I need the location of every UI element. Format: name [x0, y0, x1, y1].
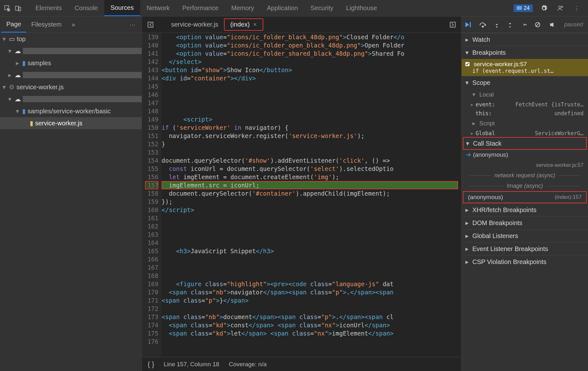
- editor-area: service-worker.js (index) ✕ 139140141142…: [142, 16, 461, 371]
- step-over-icon[interactable]: [479, 22, 486, 28]
- navigator-toggle-icon[interactable]: [145, 22, 156, 28]
- svg-rect-6: [148, 22, 153, 27]
- tab-security[interactable]: Security: [304, 0, 340, 16]
- tab-sources[interactable]: Sources: [104, 0, 140, 16]
- cloud-icon: ☁: [15, 47, 21, 55]
- code-editor[interactable]: 1391401411421431441451461471481491501511…: [142, 33, 461, 357]
- section-callstack[interactable]: Call Stack: [463, 137, 587, 150]
- section-breakpoints[interactable]: Breakpoints: [462, 46, 588, 59]
- tab-application[interactable]: Application: [260, 0, 304, 16]
- section-event-listener[interactable]: Event Listener Breakpoints: [462, 242, 588, 255]
- section-dom[interactable]: DOM Breakpoints: [462, 216, 588, 229]
- editor-status-bar: { } Line 157, Column 18 Coverage: n/a: [142, 357, 461, 371]
- tree-origin-1[interactable]: ☁: [0, 45, 142, 57]
- more-menu-icon[interactable]: ⋮: [572, 3, 582, 14]
- svg-point-4: [559, 6, 561, 8]
- scope-script[interactable]: Script: [462, 118, 588, 129]
- svg-point-9: [482, 26, 483, 27]
- tab-memory[interactable]: Memory: [225, 0, 260, 16]
- tree-label-top: top: [17, 35, 26, 43]
- sidebar-tab-more[interactable]: »: [67, 16, 80, 33]
- tree-top[interactable]: ▭ top: [0, 33, 142, 45]
- stack-frame-1-loc: service-worker.js:57: [462, 160, 588, 170]
- folder-icon: ▮: [22, 59, 26, 67]
- section-csp[interactable]: CSP Violation Breakpoints: [462, 255, 588, 268]
- step-icon[interactable]: [521, 22, 527, 28]
- tree-samples[interactable]: ▮ samples: [0, 57, 142, 69]
- stack-async-div-1: network request (async): [462, 170, 588, 181]
- tree-label-sw: service-worker.js: [16, 84, 64, 91]
- tree-sw-root[interactable]: ⚙ service-worker.js: [0, 81, 142, 93]
- svg-rect-15: [552, 23, 553, 26]
- cloud-icon: ☁: [15, 95, 21, 103]
- close-icon[interactable]: ✕: [253, 22, 257, 28]
- sources-sidebar: Page Filesystem » ⋯ ▭ top ☁ ▮ samples: [0, 16, 142, 371]
- pause-exceptions-icon[interactable]: [548, 22, 555, 28]
- tab-performance[interactable]: Performance: [176, 0, 225, 16]
- gear-icon: ⚙: [9, 83, 15, 91]
- redacted-origin-3: [23, 96, 142, 102]
- resume-icon[interactable]: [465, 22, 472, 28]
- step-into-icon[interactable]: [494, 22, 500, 28]
- editor-tab-sw[interactable]: service-worker.js: [165, 19, 224, 30]
- device-toggle-icon[interactable]: [13, 3, 23, 14]
- tab-network[interactable]: Network: [140, 0, 176, 16]
- folder-icon: ▮: [22, 107, 26, 115]
- tree-label-samples: samples: [28, 60, 51, 67]
- svg-point-11: [509, 26, 511, 28]
- breakpoint-checkbox[interactable]: [465, 62, 470, 66]
- issues-count: 24: [524, 5, 530, 11]
- account-icon[interactable]: [555, 3, 566, 14]
- breakpoint-code: if (event.request.url.st…: [465, 68, 584, 74]
- svg-rect-7: [450, 22, 455, 27]
- sidebar-tab-filesystem[interactable]: Filesystem: [26, 16, 67, 33]
- pretty-print-icon[interactable]: { }: [148, 360, 154, 368]
- tab-label: service-worker.js: [171, 21, 218, 28]
- svg-rect-3: [517, 6, 522, 10]
- redacted-origin: [23, 48, 142, 54]
- tab-lighthouse[interactable]: Lighthouse: [340, 0, 383, 16]
- settings-gear-icon[interactable]: [539, 3, 549, 14]
- scope-local[interactable]: Local: [462, 89, 588, 100]
- issues-badge[interactable]: 24: [514, 4, 533, 12]
- coverage-status: Coverage: n/a: [229, 361, 266, 368]
- section-xhr[interactable]: XHR/fetch Breakpoints: [462, 203, 588, 216]
- devtools-toolbar: Elements Console Sources Network Perform…: [0, 0, 588, 16]
- svg-point-12: [525, 24, 527, 25]
- sidebar-overflow-icon[interactable]: ⋯: [130, 21, 142, 28]
- more-tabs-icon[interactable]: [447, 22, 458, 28]
- cursor-position: Line 157, Column 18: [164, 361, 219, 368]
- svg-rect-14: [550, 23, 551, 26]
- tree-sw-basic[interactable]: ▮ samples/service-worker/basic: [0, 105, 142, 117]
- scope-global[interactable]: GlobalServiceWorkerG…: [462, 129, 588, 138]
- inspect-element-icon[interactable]: [2, 3, 13, 14]
- breakpoint-file: service-worker.js:57: [474, 61, 527, 67]
- tab-console[interactable]: Console: [68, 0, 104, 16]
- main-tabs: Elements Console Sources Network Perform…: [29, 0, 514, 16]
- stack-frame-2[interactable]: (anonymous) (index):157: [463, 191, 587, 203]
- tree-label-basic: samples/service-worker/basic: [28, 108, 111, 115]
- section-scope[interactable]: Scope: [462, 76, 588, 89]
- breakpoint-item[interactable]: service-worker.js:57 if (event.request.u…: [462, 59, 588, 76]
- section-global-listeners[interactable]: Global Listeners: [462, 229, 588, 242]
- stack-async-div-2: Image (async): [462, 181, 588, 191]
- cloud-icon: ☁: [15, 71, 21, 79]
- step-out-icon[interactable]: [507, 22, 513, 28]
- tree-origin-2[interactable]: ☁: [0, 69, 142, 81]
- svg-rect-8: [470, 22, 471, 27]
- svg-point-5: [562, 6, 563, 7]
- scope-this: this:undefined: [462, 109, 588, 118]
- tree-sw-file[interactable]: ▮ service-worker.js: [0, 117, 142, 129]
- editor-tab-index[interactable]: (index) ✕: [224, 18, 263, 31]
- deactivate-breakpoints-icon[interactable]: [534, 22, 541, 28]
- sidebar-tab-page[interactable]: Page: [1, 16, 26, 33]
- svg-point-10: [496, 26, 497, 28]
- stack-frame-1[interactable]: ➔(anonymous): [462, 149, 588, 160]
- redacted-origin-2: [23, 72, 142, 78]
- file-tree: ▭ top ☁ ▮ samples ☁ ⚙ service-work: [0, 33, 142, 371]
- scope-event[interactable]: event:FetchEvent {isTruste…: [462, 100, 588, 109]
- tree-origin-3[interactable]: ☁: [0, 93, 142, 105]
- section-watch[interactable]: Watch: [462, 33, 588, 46]
- debugger-panel: paused Watch Breakpoints service-worker.…: [461, 16, 588, 371]
- tab-elements[interactable]: Elements: [29, 0, 68, 16]
